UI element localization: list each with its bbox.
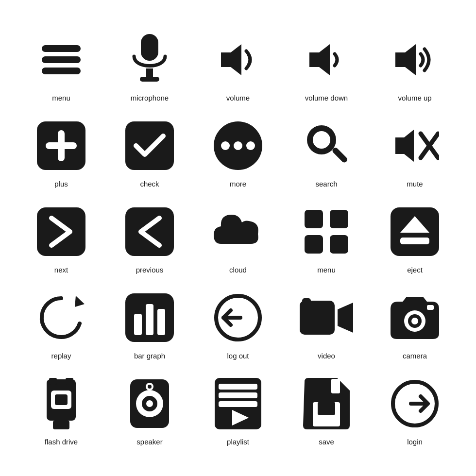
video-label: video — [318, 352, 335, 360]
svg-rect-50 — [55, 394, 68, 405]
icon-cell-plus: plus — [19, 117, 103, 188]
menu2-label: menu — [317, 266, 336, 274]
icon-cell-next: next — [19, 203, 103, 274]
icon-cell-check: check — [108, 117, 191, 188]
menu-label: menu — [52, 94, 70, 102]
icon-cell-menu2: menu — [285, 203, 368, 274]
replay-icon — [32, 289, 90, 347]
svg-marker-39 — [338, 303, 353, 333]
svg-rect-5 — [140, 77, 159, 82]
volume-up-icon — [386, 31, 444, 89]
svg-point-56 — [148, 385, 152, 389]
more-icon — [209, 117, 267, 175]
icon-cell-camera: camera — [373, 289, 457, 360]
svg-point-18 — [313, 131, 330, 149]
mute-icon — [386, 117, 444, 175]
search-icon — [297, 117, 356, 175]
plus-icon — [32, 117, 90, 175]
bar-graph-icon — [120, 289, 179, 347]
icon-cell-search: search — [285, 117, 368, 188]
svg-point-14 — [221, 141, 230, 150]
menu2-icon — [297, 203, 356, 261]
svg-rect-34 — [134, 314, 142, 335]
svg-rect-60 — [219, 401, 257, 407]
icon-cell-log-out: log out — [196, 289, 280, 360]
icon-cell-speaker: speaker — [108, 374, 191, 446]
menu-icon — [32, 31, 90, 89]
svg-rect-63 — [318, 402, 335, 415]
svg-rect-0 — [42, 45, 81, 52]
playlist-icon — [209, 374, 267, 433]
video-icon — [297, 289, 356, 347]
svg-rect-48 — [66, 378, 73, 385]
icon-cell-playlist: playlist — [196, 374, 280, 446]
flash-drive-icon — [32, 374, 90, 433]
icon-grid: menu microphone volume — [0, 11, 476, 465]
search-label: search — [315, 180, 337, 188]
svg-rect-44 — [427, 305, 434, 310]
eject-label: eject — [407, 266, 423, 274]
login-icon — [386, 374, 444, 433]
svg-marker-20 — [395, 130, 414, 162]
save-label: save — [319, 438, 334, 446]
next-label: next — [54, 266, 68, 274]
svg-rect-64 — [331, 379, 340, 393]
icon-cell-replay: replay — [19, 289, 103, 360]
microphone-label: microphone — [131, 94, 169, 102]
icon-cell-more: more — [196, 117, 280, 188]
svg-rect-59 — [219, 392, 257, 398]
svg-rect-28 — [330, 235, 348, 254]
log-out-icon — [209, 289, 267, 347]
svg-rect-46 — [53, 421, 69, 429]
next-icon — [32, 203, 90, 261]
svg-rect-11 — [46, 142, 77, 149]
volume-icon — [209, 31, 267, 89]
icon-cell-bar-graph: bar graph — [108, 289, 191, 360]
eject-icon — [386, 203, 444, 261]
replay-label: replay — [51, 352, 71, 360]
icon-cell-cloud: cloud — [196, 203, 280, 274]
svg-rect-40 — [302, 298, 311, 303]
svg-rect-31 — [400, 238, 429, 244]
icon-cell-save: save — [285, 374, 368, 446]
svg-marker-6 — [221, 44, 241, 75]
check-icon — [120, 117, 179, 175]
volume-up-label: volume up — [398, 94, 431, 102]
svg-point-15 — [234, 141, 242, 150]
volume-label: volume — [226, 94, 250, 102]
volume-down-icon — [297, 31, 356, 89]
bar-graph-label: bar graph — [134, 352, 165, 360]
svg-point-43 — [411, 318, 418, 324]
icon-cell-microphone: microphone — [108, 31, 191, 102]
svg-rect-38 — [300, 301, 335, 335]
svg-rect-4 — [146, 68, 153, 77]
svg-rect-58 — [219, 384, 257, 390]
svg-rect-26 — [330, 210, 348, 228]
svg-rect-24 — [125, 207, 174, 256]
icon-cell-volume-up: volume up — [373, 31, 457, 102]
save-icon — [297, 374, 356, 433]
microphone-icon — [120, 31, 179, 89]
flash-drive-label: flash drive — [45, 438, 78, 446]
svg-rect-23 — [37, 207, 85, 256]
icon-cell-menu: menu — [19, 31, 103, 102]
log-out-label: log out — [227, 352, 249, 360]
svg-rect-1 — [42, 56, 81, 63]
camera-label: camera — [403, 352, 427, 360]
svg-rect-25 — [305, 210, 323, 228]
playlist-label: playlist — [227, 438, 249, 446]
speaker-icon — [120, 374, 179, 433]
more-label: more — [230, 180, 246, 188]
svg-rect-27 — [305, 235, 323, 254]
svg-rect-2 — [42, 68, 81, 74]
svg-rect-12 — [125, 121, 174, 170]
svg-rect-47 — [49, 378, 57, 385]
previous-label: previous — [136, 266, 164, 274]
speaker-label: speaker — [136, 438, 162, 446]
svg-rect-35 — [146, 304, 153, 335]
check-label: check — [140, 180, 159, 188]
icon-cell-login: login — [373, 374, 457, 446]
svg-point-54 — [146, 400, 153, 407]
previous-icon — [120, 203, 179, 261]
cloud-label: cloud — [229, 266, 247, 274]
